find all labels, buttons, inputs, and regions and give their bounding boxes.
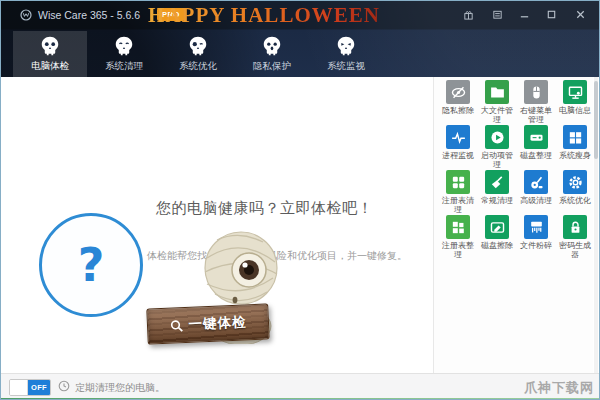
gear-icon	[563, 170, 587, 194]
toggle-state-label: OFF	[28, 380, 50, 395]
skull-icon	[335, 35, 357, 57]
gift-icon[interactable]	[461, 7, 475, 21]
footer-bar: OFF 定期清理您的电脑。 爪神下载网	[1, 373, 600, 398]
skull-icon	[261, 35, 283, 57]
main-content: 您的电脑健康吗？立即体检吧！ 体检能帮您找出潜在的安全风险和优化项目，并一键修复…	[1, 77, 433, 373]
halloween-banner: HAPPY HALLOWEEN	[129, 3, 399, 31]
window-title: Wise Care 365 - 5.6.6	[38, 9, 140, 21]
tool-label: 进程监视	[439, 151, 477, 160]
nav-tabs: 电脑体检 系统清理 系统优化 隐私保护 系统监视	[13, 31, 383, 77]
tool-context-menu-manager[interactable]: 右键菜单管理	[517, 80, 555, 125]
maximize-button[interactable]	[544, 7, 558, 21]
lock-icon	[563, 215, 587, 239]
scheduled-clean-text: 定期清理您的电脑。	[75, 381, 165, 395]
checkup-button-label: 一键体检	[188, 313, 247, 334]
tool-disk-defrag[interactable]: 磁盘整理	[517, 125, 555, 170]
tab-system-tuneup[interactable]: 系统优化	[161, 31, 235, 77]
tool-label: 系统瘦身	[556, 151, 594, 160]
health-status-circle: ?	[39, 213, 143, 317]
skull-icon	[187, 35, 209, 57]
minimize-button[interactable]	[517, 7, 531, 21]
tool-registry-cleaner[interactable]: 注册表清理	[439, 170, 477, 215]
shredder-icon	[524, 215, 548, 239]
tab-label: 系统优化	[179, 60, 217, 73]
broom-icon	[485, 170, 509, 194]
tool-advanced-cleaner[interactable]: 高级清理	[517, 170, 555, 215]
skull-icon	[39, 35, 61, 57]
tool-common-cleaner[interactable]: 常规清理	[478, 170, 516, 215]
tool-system-tuneup[interactable]: 系统优化	[556, 170, 594, 215]
grid-icon	[446, 170, 470, 194]
tab-system-monitor[interactable]: 系统监视	[309, 31, 383, 77]
one-click-checkup-button[interactable]: 一键体检	[146, 303, 269, 344]
tool-label: 系统优化	[556, 196, 594, 205]
tab-label: 系统清理	[105, 60, 143, 73]
windows-icon	[563, 125, 587, 149]
vacuum-icon	[524, 170, 548, 194]
blocks-icon	[446, 215, 470, 239]
tool-label: 注册表清理	[439, 196, 477, 214]
tool-label: 常规清理	[478, 196, 516, 205]
tool-label: 文件粉碎	[517, 241, 555, 250]
tool-label: 密码生成器	[556, 241, 594, 259]
monitor-icon	[563, 80, 587, 104]
tool-label: 隐私擦除	[439, 106, 477, 115]
tab-pc-checkup[interactable]: 电脑体检	[13, 31, 87, 77]
disk-eraser-icon	[485, 215, 509, 239]
menu-icon[interactable]	[490, 7, 504, 21]
tab-label: 电脑体检	[31, 60, 69, 73]
tool-startup-manager[interactable]: 启动项管理	[478, 125, 516, 170]
tool-label: 启动项管理	[478, 151, 516, 169]
app-header: Wise Care 365 - 5.6.6 PRO HAPPY HALLOWEE…	[1, 1, 600, 77]
tool-registry-defrag[interactable]: 注册表整理	[439, 215, 477, 260]
drive-icon	[524, 125, 548, 149]
tool-label: 磁盘整理	[517, 151, 555, 160]
eye-off-icon	[446, 80, 470, 104]
tab-label: 隐私保护	[253, 60, 291, 73]
tool-label: 高级清理	[517, 196, 555, 205]
checkup-heading: 您的电脑健康吗？立即体检吧！	[156, 199, 373, 218]
tab-privacy-protector[interactable]: 隐私保护	[235, 31, 309, 77]
tab-label: 系统监视	[327, 60, 365, 73]
tab-system-cleaner[interactable]: 系统清理	[87, 31, 161, 77]
titlebar: Wise Care 365 - 5.6.6 PRO HAPPY HALLOWEE…	[1, 1, 600, 29]
folder-icon	[485, 80, 509, 104]
question-mark: ?	[78, 238, 105, 292]
tool-system-slimming[interactable]: 系统瘦身	[556, 125, 594, 170]
play-icon	[485, 125, 509, 149]
tools-grid: 隐私擦除 大文件管理 右键菜单管理 电脑信息 进程监视 启动项管理	[439, 80, 594, 260]
tool-password-generator[interactable]: 密码生成器	[556, 215, 594, 260]
scheduled-clean-toggle[interactable]: OFF	[9, 379, 51, 396]
skull-icon	[113, 35, 135, 57]
tools-sidebar: 隐私擦除 大文件管理 右键菜单管理 电脑信息 进程监视 启动项管理	[434, 77, 593, 373]
tool-label: 磁盘擦除	[478, 241, 516, 250]
tool-process-monitor[interactable]: 进程监视	[439, 125, 477, 170]
tool-label: 电脑信息	[556, 106, 594, 115]
toggle-knob	[10, 380, 28, 395]
sidebar-scrollbar-thumb[interactable]	[594, 81, 598, 159]
mouse-icon	[524, 80, 548, 104]
pulse-icon	[446, 125, 470, 149]
tool-disk-eraser[interactable]: 磁盘擦除	[478, 215, 516, 260]
app-logo-icon	[20, 9, 32, 21]
tool-privacy-eraser[interactable]: 隐私擦除	[439, 80, 477, 125]
tool-file-shredder[interactable]: 文件粉碎	[517, 215, 555, 260]
close-button[interactable]	[573, 7, 587, 21]
clock-icon	[58, 380, 70, 392]
site-watermark: 爪神下载网	[524, 379, 594, 397]
tool-big-file-manager[interactable]: 大文件管理	[478, 80, 516, 125]
tool-label: 注册表整理	[439, 241, 477, 259]
tool-label: 大文件管理	[478, 106, 516, 124]
tool-pc-info[interactable]: 电脑信息	[556, 80, 594, 125]
magnifier-icon	[169, 319, 183, 333]
tool-label: 右键菜单管理	[517, 106, 555, 124]
